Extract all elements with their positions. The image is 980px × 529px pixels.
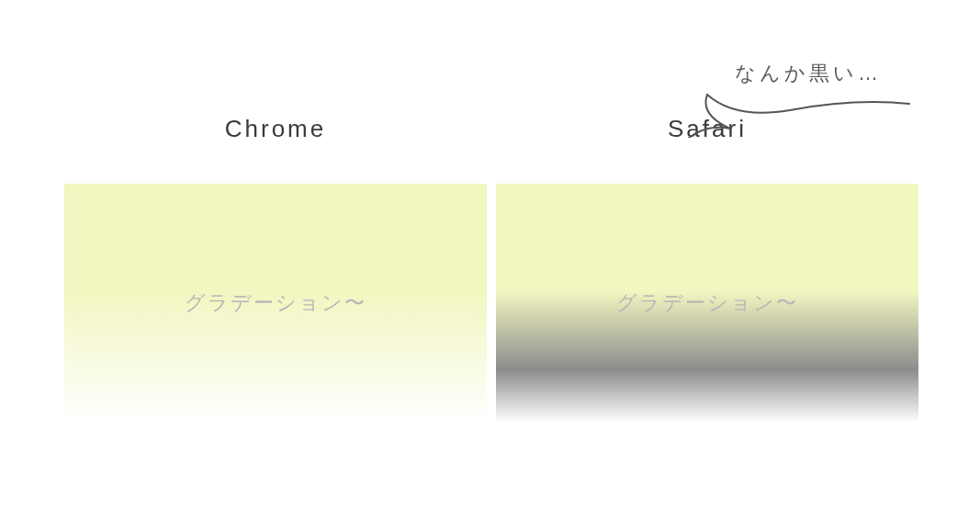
gradient-sample-safari-label: グラデーション〜 [616, 289, 798, 317]
gradient-sample-chrome-label: グラデーション〜 [185, 289, 366, 317]
gradient-sample-safari: グラデーション〜 [496, 184, 918, 422]
panel-chrome-title: Chrome [64, 110, 487, 165]
callout-text: なんか黒い… [735, 60, 882, 87]
panel-safari: Safari グラデーション〜 [496, 110, 918, 422]
gradient-sample-chrome: グラデーション〜 [64, 184, 487, 422]
comparison-diagram: Chrome グラデーション〜 Safari グラデーション〜 なんか黒い… [0, 0, 980, 529]
callout: なんか黒い… [680, 60, 955, 142]
speech-tail-icon [680, 87, 918, 138]
panel-chrome: Chrome グラデーション〜 [64, 110, 487, 422]
